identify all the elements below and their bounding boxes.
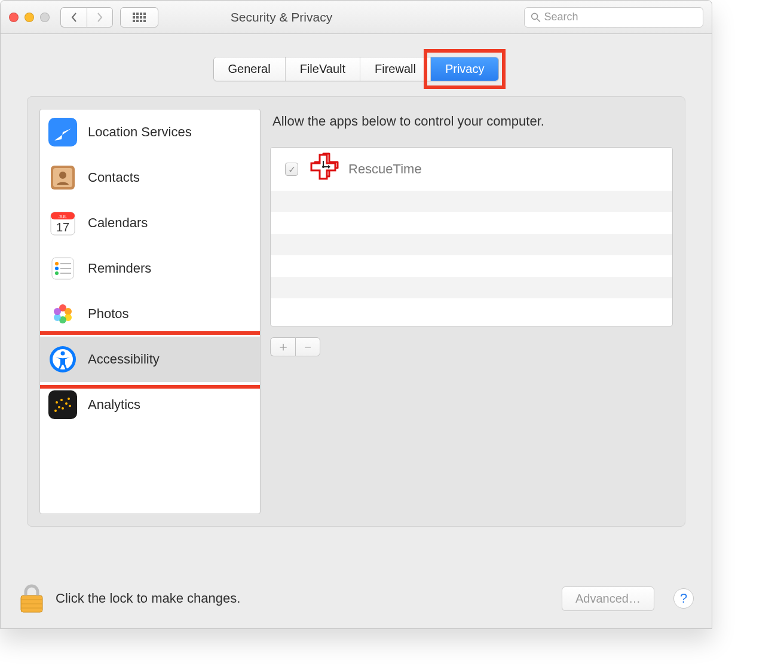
app-row[interactable]: ✓RescueTime [271,148,672,191]
search-icon [531,12,541,23]
preferences-window: Security & Privacy GeneralFileVaultFirew… [0,0,712,629]
svg-point-23 [55,262,59,265]
lock-icon [19,584,45,613]
svg-point-46 [60,399,63,401]
search-input[interactable] [544,11,697,23]
detail-description: Allow the apps below to control your com… [270,109,673,147]
tab-filevault[interactable]: FileVault [286,57,360,81]
svg-point-47 [68,398,70,400]
sidebar-item-label: Location Services [88,124,192,140]
svg-text:JUL: JUL [59,214,68,219]
calendar-icon: JUL17 [48,209,77,237]
sidebar-item-label: Analytics [88,397,140,413]
rescuetime-app-icon [308,152,339,186]
list-row-empty [271,255,672,277]
tab-segmented-control: GeneralFileVaultFirewallPrivacy [213,57,500,81]
contacts-icon [48,163,77,192]
sidebar-item-location-services[interactable]: Location Services [40,109,260,155]
advanced-button[interactable]: Advanced… [562,587,654,611]
sidebar-item-label: Photos [88,306,129,322]
tab-firewall[interactable]: Firewall [360,57,431,81]
list-row-empty [271,277,672,298]
svg-point-40 [54,410,57,412]
tab-row: GeneralFileVaultFirewallPrivacy [1,57,712,81]
remove-app-button[interactable]: － [295,337,320,356]
list-row-empty [271,212,672,234]
add-remove-controls: ＋ － [270,337,673,356]
footer: Click the lock to make changes. Advanced… [19,581,694,616]
tab-privacy[interactable]: Privacy [431,57,499,81]
svg-point-45 [56,401,58,404]
sidebar-item-contacts[interactable]: Contacts [40,155,260,200]
window-title: Security & Privacy [46,10,517,25]
sidebar-item-reminders[interactable]: Reminders [40,246,260,291]
lock-hint-text: Click the lock to make changes. [56,591,551,606]
svg-point-44 [69,405,71,407]
titlebar: Security & Privacy [1,1,712,34]
privacy-category-sidebar: Location ServicesContactsJUL17CalendarsR… [39,109,261,514]
location-icon [48,118,77,146]
sidebar-item-accessibility[interactable]: Accessibility [40,337,260,382]
svg-point-17 [59,172,66,179]
svg-point-41 [58,406,60,408]
detail-panel: Allow the apps below to control your com… [270,109,673,514]
svg-point-42 [62,407,64,410]
sidebar-item-label: Reminders [88,261,151,276]
svg-point-25 [55,271,59,275]
svg-rect-39 [48,390,77,419]
sidebar-item-label: Contacts [88,170,140,185]
svg-line-13 [537,19,540,22]
list-row-empty [271,191,672,212]
lock-button[interactable] [19,584,45,613]
list-row-empty [271,234,672,255]
window-controls [9,13,50,22]
close-window-button[interactable] [9,13,19,22]
sidebar-item-photos[interactable]: Photos [40,291,260,337]
help-button[interactable]: ? [673,588,694,609]
allowed-apps-list: ✓RescueTime [270,147,673,326]
app-checkbox[interactable]: ✓ [285,163,298,176]
sidebar-item-analytics[interactable]: Analytics [40,382,260,427]
search-field[interactable] [524,7,703,28]
photos-icon [48,300,77,328]
content-pane: Location ServicesContactsJUL17CalendarsR… [27,96,685,527]
tab-general[interactable]: General [214,57,286,81]
sidebar-item-calendars[interactable]: JUL17Calendars [40,200,260,246]
accessibility-icon [48,345,77,374]
add-app-button[interactable]: ＋ [270,337,295,356]
reminders-icon [48,254,77,283]
svg-text:17: 17 [56,221,69,234]
svg-point-43 [65,402,68,405]
analytics-icon [48,390,77,419]
list-row-empty [271,298,672,320]
minimize-window-button[interactable] [24,13,34,22]
svg-point-35 [54,308,61,315]
svg-point-24 [55,267,59,270]
svg-point-38 [61,352,65,356]
sidebar-item-label: Calendars [88,215,148,231]
sidebar-item-label: Accessibility [88,352,160,367]
app-name-label: RescueTime [348,161,422,177]
svg-point-12 [532,13,538,19]
